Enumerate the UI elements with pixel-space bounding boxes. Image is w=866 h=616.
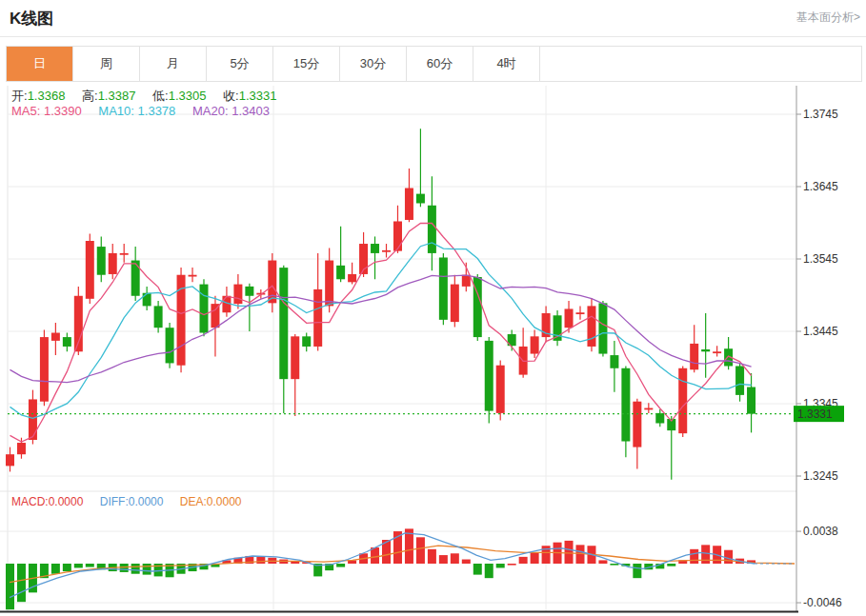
page-title: K线图 (10, 8, 53, 30)
tab-5min[interactable]: 5分 (207, 47, 273, 81)
tab-15min[interactable]: 15分 (273, 47, 340, 81)
kline-chart[interactable]: 1.37451.36451.35451.34451.33451.32450.00… (0, 82, 866, 616)
tab-bar-filler (540, 47, 861, 81)
tab-4hour[interactable]: 4时 (473, 47, 540, 81)
svg-text:1.3645: 1.3645 (803, 180, 838, 193)
svg-text:1.3745: 1.3745 (803, 108, 838, 121)
tab-60min[interactable]: 60分 (407, 47, 473, 81)
tab-day[interactable]: 日 (7, 47, 73, 81)
page-header: K线图 基本面分析> (0, 0, 866, 37)
svg-text:1.3445: 1.3445 (803, 325, 838, 338)
fundamental-analysis-link[interactable]: 基本面分析> (796, 10, 860, 26)
tab-month[interactable]: 月 (140, 47, 207, 81)
tab-week[interactable]: 周 (73, 47, 140, 81)
svg-text:-0.0046: -0.0046 (803, 596, 842, 609)
svg-text:1.3245: 1.3245 (803, 469, 838, 483)
macd-layer (6, 528, 795, 609)
current-price-badge: 1.3331 (794, 406, 844, 422)
interval-tab-bar: 日 周 月 5分 15分 30分 60分 4时 (6, 46, 862, 82)
chart-area: 1.37451.36451.35451.34451.33451.32450.00… (0, 82, 866, 616)
tab-30min[interactable]: 30分 (340, 47, 407, 81)
svg-text:1.3545: 1.3545 (803, 252, 838, 266)
svg-text:1.3331: 1.3331 (797, 407, 833, 421)
svg-text:0.0038: 0.0038 (803, 525, 838, 538)
candles-layer (6, 129, 755, 480)
